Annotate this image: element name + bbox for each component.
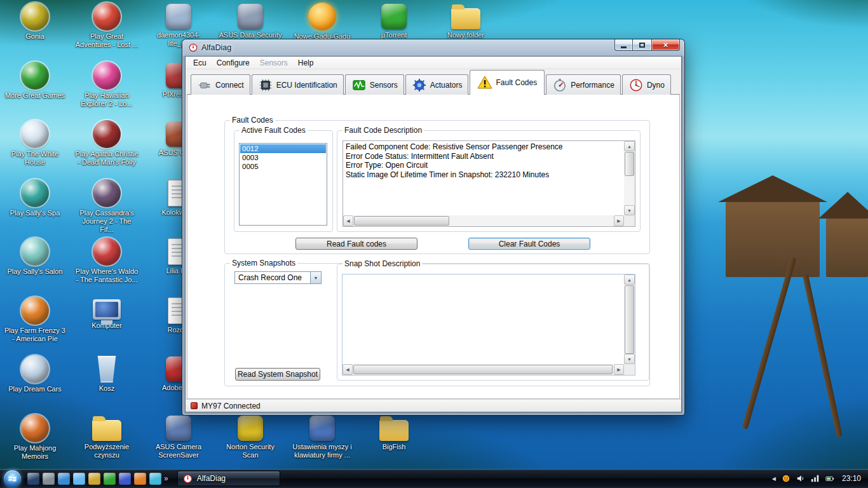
desktop-icon-label: More Great Games	[3, 92, 67, 100]
desktop-icon-play-the-white-house[interactable]: Play The White House	[3, 120, 67, 166]
quick-launch-icon[interactable]	[27, 473, 39, 485]
desktop-icon-label: Play Dream Cars	[3, 385, 67, 393]
tab-sensors[interactable]: Sensors	[345, 74, 404, 95]
quick-launch-icon[interactable]	[149, 473, 161, 485]
tab-fault-codes[interactable]: Fault Codes	[470, 70, 545, 95]
fault-codes-group-label: Fault Codes	[230, 116, 275, 125]
clear-fault-codes-button[interactable]: Clear Fault Codes	[468, 238, 590, 250]
scroll-left-icon[interactable]: ◀	[343, 215, 353, 226]
scrollbar-thumb[interactable]	[353, 365, 613, 374]
quick-launch-icon[interactable]	[88, 473, 100, 485]
tab-connect[interactable]: Connect	[191, 74, 250, 95]
tab-label: Sensors	[370, 81, 398, 90]
taskbar: » AlfaDiag ◀ 23:10	[0, 469, 868, 488]
chevron-down-icon[interactable]: ▼	[310, 272, 321, 283]
tray-expand-chevron[interactable]: ◀	[772, 476, 776, 482]
desktop-icon-label: Play Sally's Salon	[3, 268, 67, 276]
tab-actuators[interactable]: Actuators	[405, 74, 469, 95]
menu-configure[interactable]: Configure	[212, 57, 255, 69]
quick-launch-overflow-chevron[interactable]: »	[164, 474, 168, 483]
desktop-icon-play-sally-s-spa[interactable]: Play Sally's Spa	[3, 179, 67, 217]
desktop-icon-play-great-adventures-lost[interactable]: Play Great Adventures - Lost ...	[75, 3, 139, 49]
desktop-icon-play-cassandra-s-journey-2-the-fif[interactable]: Play Cassandra's Journey 2 - The Fif...	[75, 179, 139, 234]
quick-launch-icon[interactable]	[119, 473, 131, 485]
scrollbar-thumb[interactable]	[625, 285, 634, 354]
desktop-icon-norton-security-scan[interactable]: Norton Security Scan	[219, 414, 282, 459]
task-button-label: AlfaDiag	[197, 474, 226, 483]
horizontal-scrollbar[interactable]: ◀ ▶	[342, 364, 624, 375]
minimize-button[interactable]	[614, 39, 633, 51]
desktop-icon-play-sally-s-salon[interactable]: Play Sally's Salon	[3, 238, 67, 276]
desktop-icon-play-where-s-waldo-the-fantastic-jo[interactable]: Play Where's Waldo - The Fantastic Jo...	[75, 238, 139, 284]
scroll-up-icon[interactable]: ▲	[624, 274, 635, 285]
volume-icon[interactable]	[796, 473, 806, 484]
desktop-icon-label: ASUS Camera ScreenSaver	[147, 443, 210, 459]
fault-code-item-0005[interactable]: 0005	[240, 162, 326, 171]
desktop-icon-ustawienia-myszy-i-klawiatury-firmy[interactable]: Ustawienia myszy i klawiatury firmy ...	[290, 414, 354, 459]
window-client-area: EcuConfigureSensorsHelp ConnectECU Ident…	[185, 56, 682, 412]
tab-ecu-identification[interactable]: ECU Identification	[252, 74, 344, 95]
network-icon[interactable]	[810, 473, 820, 484]
battery-icon[interactable]	[825, 473, 835, 484]
window-titlebar[interactable]: AlfaDiag	[182, 39, 684, 56]
window-title: AlfaDiag	[201, 43, 231, 52]
messenger-icon[interactable]	[781, 473, 791, 484]
desktop-icon-play-mahjong-memoirs[interactable]: Play Mahjong Memoirs	[3, 414, 67, 461]
menu-ecu[interactable]: Ecu	[188, 57, 212, 69]
desktop-icon-komputer[interactable]: Komputer	[75, 297, 139, 330]
desktop-icon-more-great-games[interactable]: More Great Games	[3, 62, 67, 100]
tab-performance[interactable]: Performance	[546, 74, 621, 95]
read-system-snapshot-button[interactable]: Read System Snapshot	[235, 368, 320, 381]
desktop-icon-nowy-folder[interactable]: Nowy folder	[434, 3, 498, 39]
quick-launch-icon[interactable]	[58, 473, 70, 485]
desktop-icon-nowe-gadu-gadu[interactable]: Nowe Gadu-Gadu	[290, 3, 354, 41]
app-icon	[238, 4, 263, 29]
desktop-icon-label: Play Sally's Spa	[3, 209, 67, 217]
game-icon	[21, 414, 49, 442]
scroll-up-icon[interactable]: ▲	[624, 141, 635, 151]
scrollbar-thumb[interactable]	[625, 152, 634, 176]
scroll-right-icon[interactable]: ▶	[614, 364, 624, 375]
close-button[interactable]: ×	[651, 39, 680, 51]
quick-launch-icon[interactable]	[73, 473, 85, 485]
desktop-icon-podwy-szenie-czynszu[interactable]: Podwyższenie czynszu	[75, 414, 139, 459]
snapshot-select[interactable]: Crash Record One ▼	[234, 271, 322, 284]
quick-launch-icon[interactable]	[104, 473, 116, 485]
task-button-icon	[183, 473, 193, 484]
vertical-scrollbar[interactable]: ▲ ▼	[624, 274, 635, 364]
fault-code-description-box: Failed Component Code: Resistive Sensor …	[342, 140, 635, 227]
horizontal-scrollbar[interactable]: ◀ ▶	[343, 215, 624, 226]
active-fault-codes-listbox[interactable]: 001200030005	[239, 143, 327, 226]
menu-help[interactable]: Help	[293, 57, 319, 69]
app-icon	[381, 4, 407, 29]
desktop-icon-play-farm-frenzy-3-american-pie[interactable]: Play Farm Frenzy 3 - American Pie	[3, 297, 67, 343]
desktop-icon-asus-camera-screensaver[interactable]: ASUS Camera ScreenSaver	[147, 414, 210, 459]
scroll-down-icon[interactable]: ▼	[624, 354, 635, 364]
scroll-left-icon[interactable]: ◀	[342, 364, 353, 375]
maximize-button[interactable]	[633, 39, 651, 51]
start-button[interactable]	[4, 470, 21, 487]
vertical-scrollbar[interactable]: ▲ ▼	[624, 141, 635, 215]
desktop-icon-bigfish[interactable]: BigFish	[362, 414, 426, 451]
scrollbar-thumb[interactable]	[354, 216, 449, 226]
menu-bar: EcuConfigureSensorsHelp	[186, 57, 681, 69]
scroll-right-icon[interactable]: ▶	[614, 215, 624, 226]
quick-launch-icon[interactable]	[134, 473, 146, 485]
tab-dyno[interactable]: Dyno	[622, 74, 671, 95]
alfadiag-task-button[interactable]: AlfaDiag	[177, 471, 280, 486]
desktop-icon-play-hawaiian-explorer-2-lo[interactable]: Play Hawaiian Explorer 2 - Lo...	[75, 62, 139, 108]
desktop-icon-kosz[interactable]: Kosz	[75, 355, 139, 393]
fault-code-item-0012[interactable]: 0012	[240, 144, 326, 153]
snapshot-select-value: Crash Record One	[235, 272, 310, 283]
desktop-icon-play-dream-cars[interactable]: Play Dream Cars	[3, 355, 67, 393]
snapshot-description-box: ▲ ▼ ◀ ▶	[342, 274, 635, 376]
fault-code-item-0003[interactable]: 0003	[240, 153, 326, 162]
desktop-icon-gonia[interactable]: Gonia	[3, 3, 67, 41]
fault-description-line: Error Code Status: Intermittent Fault Ab…	[346, 152, 621, 161]
quick-launch-icon[interactable]	[43, 473, 55, 485]
scroll-down-icon[interactable]: ▼	[624, 205, 635, 215]
desktop-icon-torrent[interactable]: µTorrent	[362, 3, 426, 39]
read-fault-codes-button[interactable]: Read Fault codes	[295, 238, 417, 250]
desktop-icon-play-agatha-christie-dead-man-s-folly[interactable]: Play Agatha Christie - Dead Man's Folly	[75, 120, 139, 166]
desktop-icon-label: Nowy folder	[434, 31, 498, 39]
